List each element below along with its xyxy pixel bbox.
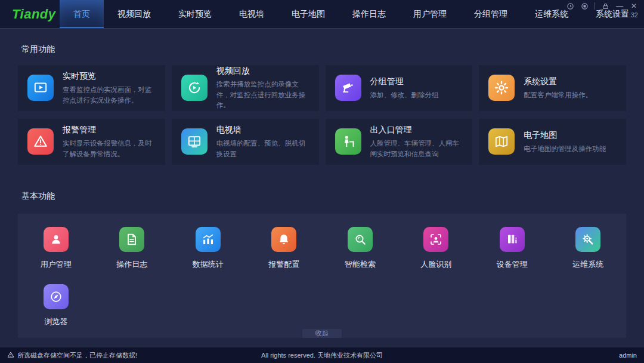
app-label: 操作日志 <box>116 259 147 270</box>
tab-label: 首页 <box>73 9 90 20</box>
minimize-icon[interactable]: — <box>615 2 624 10</box>
card-description: 添加、修改、删除分组 <box>370 90 439 101</box>
app-smart-search[interactable]: 智能检索 <box>322 227 398 270</box>
compass-icon-tile <box>44 284 69 309</box>
user-icon <box>49 232 63 247</box>
clock-icon[interactable] <box>566 2 574 10</box>
card-description: 电子地图的管理及操作功能 <box>524 144 606 155</box>
tab-label: 电视墙 <box>239 9 264 20</box>
app-ops-system[interactable]: 运维系统 <box>550 227 627 270</box>
app-user-management[interactable]: 用户管理 <box>18 227 94 270</box>
tab-e-map[interactable]: 电子地图 <box>278 0 339 28</box>
card-video-playback[interactable]: 视频回放 搜索并播放监控点的录像文件，对监控点进行回放业务操作。 <box>172 64 319 111</box>
warning-icon <box>7 351 14 359</box>
app-label: 智能检索 <box>345 259 376 270</box>
card-title: 分组管理 <box>370 76 439 87</box>
gear-icon <box>494 80 509 96</box>
card-title: 出入口管理 <box>370 125 463 136</box>
basic-function-apps: 用户管理 操作日志 数据统计 报警配置 智能检索 人脸识别 设备管理 运维系统 … <box>18 227 626 327</box>
basic-functions-title: 基本功能 <box>21 191 626 202</box>
app-label: 用户管理 <box>41 259 72 270</box>
storage-warning-text: 所选磁盘存储空间不足，已停止存储数据! <box>17 351 137 360</box>
app-data-statistics[interactable]: 数据统计 <box>170 227 246 270</box>
tab-group-management[interactable]: 分组管理 <box>460 0 521 28</box>
app-label: 人脸识别 <box>420 259 451 270</box>
tab-home[interactable]: 首页 <box>60 0 104 28</box>
status-bar: 所选磁盘存储空间不足，已停止存储数据! All rights reserved.… <box>0 347 644 363</box>
app-label: 数据统计 <box>193 259 224 270</box>
current-user: admin <box>619 352 637 359</box>
tab-tv-wall[interactable]: 电视墙 <box>225 0 278 28</box>
compass-icon <box>49 290 63 304</box>
card-description: 配置客户端常用操作。 <box>524 90 592 101</box>
document-icon <box>125 232 139 247</box>
app-device-management[interactable]: 设备管理 <box>474 227 550 270</box>
card-system-settings[interactable]: 系统设置 配置客户端常用操作。 <box>479 64 626 111</box>
basic-functions-panel: 用户管理 操作日志 数据统计 报警配置 智能检索 人脸识别 设备管理 运维系统 … <box>18 214 626 338</box>
card-description: 人脸管理、车辆管理、人闸车闸实时预览和信息查询 <box>370 139 463 160</box>
app-alarm-config[interactable]: 报警配置 <box>246 227 323 270</box>
card-alarm-management[interactable]: 报警管理 实时显示设备报警信息，及时了解设备异常情况。 <box>18 118 165 165</box>
gate-icon <box>340 134 356 149</box>
camera-icon-tile <box>335 75 361 101</box>
main-content: 常用功能 实时预览 查看监控点的实况画面，对监控点进行实况业务操作。 视频回放 … <box>0 44 644 338</box>
user-icon-tile <box>44 227 69 252</box>
card-description: 电视墙的配置、预览、脱机切换设置 <box>216 139 309 160</box>
bell-icon <box>277 232 291 247</box>
gate-icon-tile <box>335 128 361 155</box>
tab-user-management[interactable]: 用户管理 <box>400 0 460 28</box>
card-entrance-management[interactable]: 出入口管理 人脸管理、车辆管理、人闸车闸实时预览和信息查询 <box>326 118 473 165</box>
warning-triangle-icon-tile <box>27 128 54 155</box>
tab-label: 视频回放 <box>117 9 151 20</box>
tv-wall-icon <box>187 134 202 149</box>
app-operation-log[interactable]: 操作日志 <box>94 227 171 270</box>
bell-icon-tile <box>271 227 296 252</box>
tab-video-playback[interactable]: 视频回放 <box>104 0 165 28</box>
tab-live-preview[interactable]: 实时预览 <box>165 0 225 28</box>
tab-label: 操作日志 <box>352 9 386 20</box>
tab-label: 实时预览 <box>178 9 212 20</box>
card-title: 系统设置 <box>524 76 592 87</box>
card-description: 搜索并播放监控点的录像文件，对监控点进行回放业务操作。 <box>216 79 309 111</box>
devices-icon-tile <box>500 227 525 252</box>
divider <box>595 2 595 10</box>
playback-icon <box>187 80 202 96</box>
magnifier-icon <box>353 232 367 247</box>
card-title: 实时预览 <box>63 71 156 82</box>
window-controls: — ✕ 14:31:32 <box>566 2 638 19</box>
wrench-gear-icon <box>581 232 595 247</box>
map-icon-tile <box>488 128 515 155</box>
app-browser[interactable]: 浏览器 <box>18 284 94 327</box>
tab-label: 电子地图 <box>292 9 325 20</box>
devices-icon <box>505 232 519 247</box>
card-group-management[interactable]: 分组管理 添加、修改、删除分组 <box>326 64 473 111</box>
live-preview-icon-tile <box>27 75 54 101</box>
close-icon[interactable]: ✕ <box>630 2 638 10</box>
card-title: 视频回放 <box>216 66 309 76</box>
camera-icon <box>340 80 356 96</box>
card-title: 电视墙 <box>216 125 309 136</box>
tab-operation-log[interactable]: 操作日志 <box>339 0 400 28</box>
app-label: 设备管理 <box>497 259 528 270</box>
card-description: 实时显示设备报警信息，及时了解设备异常情况。 <box>63 139 156 160</box>
lock-icon[interactable] <box>601 2 609 10</box>
bar-chart-icon <box>201 232 215 247</box>
gear-icon-tile <box>488 75 515 101</box>
record-icon[interactable] <box>580 2 589 10</box>
tv-wall-icon-tile <box>181 128 208 155</box>
common-functions-title: 常用功能 <box>21 44 626 55</box>
system-time: 14:31:32 <box>612 11 638 19</box>
card-tv-wall[interactable]: 电视墙 电视墙的配置、预览、脱机切换设置 <box>172 118 319 165</box>
common-function-cards: 实时预览 查看监控点的实况画面，对监控点进行实况业务操作。 视频回放 搜索并播放… <box>18 64 626 165</box>
card-live-preview[interactable]: 实时预览 查看监控点的实况画面，对监控点进行实况业务操作。 <box>18 64 165 111</box>
app-label: 浏览器 <box>44 316 67 327</box>
face-icon <box>429 232 443 247</box>
collapse-button[interactable]: 收起 <box>302 329 342 338</box>
document-icon-tile <box>119 227 144 252</box>
card-e-map[interactable]: 电子地图 电子地图的管理及操作功能 <box>479 118 626 165</box>
bar-chart-icon-tile <box>196 227 221 252</box>
app-face-recognition[interactable]: 人脸识别 <box>398 227 475 270</box>
playback-icon-tile <box>181 75 208 101</box>
app-label: 运维系统 <box>572 259 603 270</box>
nav-tabs: 首页 视频回放 实时预览 电视墙 电子地图 操作日志 用户管理 分组管理 运维系… <box>60 0 643 28</box>
